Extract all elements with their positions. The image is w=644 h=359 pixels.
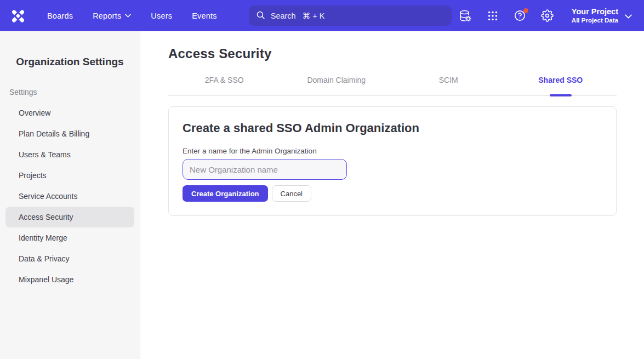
nav-item-reports[interactable]: Reports bbox=[93, 12, 131, 20]
nav-item-events[interactable]: Events bbox=[192, 12, 217, 20]
help-notification-dot bbox=[523, 8, 528, 13]
project-scope: All Project Data bbox=[572, 16, 618, 24]
sidebar-item-users-teams[interactable]: Users & Teams bbox=[0, 144, 140, 165]
tab-scim[interactable]: SCIM bbox=[392, 71, 505, 95]
tab-scim-label: SCIM bbox=[439, 76, 458, 84]
help-icon[interactable] bbox=[514, 9, 527, 22]
access-security-tabs: 2FA & SSO Domain Claiming SCIM Shared SS… bbox=[168, 71, 617, 96]
sidebar-item-identity-merge[interactable]: Identity Merge bbox=[0, 227, 140, 248]
project-name: Your Project bbox=[572, 7, 618, 16]
tab-shared-sso-label: Shared SSO bbox=[538, 76, 583, 84]
sidebar-nav-list: Overview Plan Details & Billing Users & … bbox=[0, 102, 140, 290]
main-content: Access Security 2FA & SSO Domain Claimin… bbox=[140, 31, 644, 359]
sidebar-section-label: Settings bbox=[9, 88, 140, 96]
primary-nav: Boards Reports Users Events bbox=[47, 12, 217, 20]
sidebar-item-plan-details-billing[interactable]: Plan Details & Billing bbox=[0, 123, 140, 144]
tab-2fa-sso-label: 2FA & SSO bbox=[205, 76, 244, 84]
settings-gear-icon[interactable] bbox=[541, 9, 554, 22]
nav-reports-label: Reports bbox=[93, 12, 121, 20]
apps-grid-icon[interactable] bbox=[486, 9, 499, 22]
sidebar-item-data-privacy[interactable]: Data & Privacy bbox=[0, 248, 140, 269]
search-icon bbox=[256, 10, 265, 21]
active-tab-indicator bbox=[550, 94, 572, 96]
top-navigation-bar: Boards Reports Users Events Search ⌘ + K bbox=[0, 0, 644, 31]
global-search-input[interactable]: Search ⌘ + K bbox=[249, 5, 452, 26]
tab-2fa-sso[interactable]: 2FA & SSO bbox=[168, 71, 281, 95]
org-name-field-label: Enter a name for the Admin Organization bbox=[183, 147, 602, 155]
create-admin-org-card: Create a shared SSO Admin Organization E… bbox=[168, 106, 617, 216]
sidebar-item-access-security[interactable]: Access Security bbox=[5, 207, 134, 227]
tab-shared-sso[interactable]: Shared SSO bbox=[505, 71, 617, 95]
create-organization-button[interactable]: Create Organization bbox=[183, 185, 268, 202]
sidebar-item-mixpanel-usage[interactable]: Mixpanel Usage bbox=[0, 269, 140, 290]
sidebar-item-service-accounts[interactable]: Service Accounts bbox=[0, 186, 140, 207]
card-actions: Create Organization Cancel bbox=[183, 185, 602, 202]
search-placeholder: Search bbox=[271, 12, 296, 20]
sidebar-title: Organization Settings bbox=[0, 56, 140, 68]
search-shortcut-hint: ⌘ + K bbox=[303, 12, 325, 20]
nav-users-label: Users bbox=[151, 12, 172, 20]
org-settings-sidebar: Organization Settings Settings Overview … bbox=[0, 31, 140, 359]
org-name-input[interactable] bbox=[183, 159, 347, 180]
nav-boards-label: Boards bbox=[47, 12, 73, 20]
chevron-down-icon bbox=[125, 14, 131, 18]
project-selector[interactable]: Your Project All Project Data bbox=[572, 7, 632, 25]
nav-item-boards[interactable]: Boards bbox=[47, 12, 73, 20]
nav-item-users[interactable]: Users bbox=[151, 12, 172, 20]
sidebar-item-overview[interactable]: Overview bbox=[0, 102, 140, 123]
data-management-icon[interactable] bbox=[459, 9, 472, 22]
cancel-button[interactable]: Cancel bbox=[272, 185, 311, 202]
tab-domain-claiming-label: Domain Claiming bbox=[307, 76, 366, 84]
nav-events-label: Events bbox=[192, 12, 217, 20]
chevron-down-icon bbox=[625, 11, 632, 21]
mixpanel-logo-icon[interactable] bbox=[8, 5, 29, 26]
tab-domain-claiming[interactable]: Domain Claiming bbox=[281, 71, 393, 95]
sidebar-item-projects[interactable]: Projects bbox=[0, 165, 140, 186]
card-title: Create a shared SSO Admin Organization bbox=[183, 121, 602, 135]
page-title: Access Security bbox=[168, 46, 617, 61]
topbar-actions: Your Project All Project Data bbox=[459, 7, 632, 25]
